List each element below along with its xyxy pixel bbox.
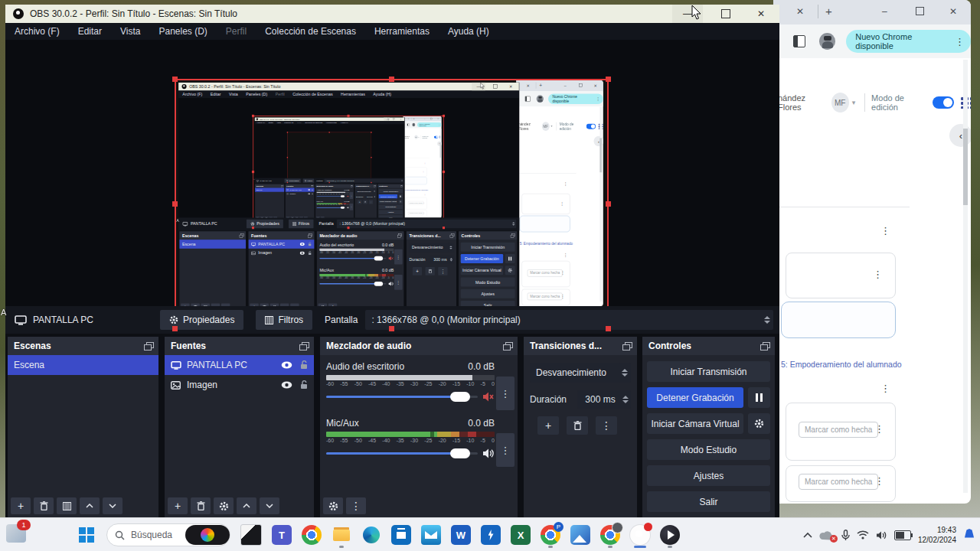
- chrome-i-taskbar-icon[interactable]: [600, 525, 620, 545]
- word-taskbar-icon[interactable]: [451, 525, 471, 545]
- transition-kebab-icon[interactable]: ⋮: [596, 416, 617, 435]
- resize-handle[interactable]: [389, 326, 394, 331]
- resize-handle[interactable]: [347, 227, 349, 229]
- scrollbar-thumb[interactable]: [599, 138, 602, 172]
- studio-mode-button[interactable]: Modo Estudio: [379, 205, 403, 209]
- transition-select-arrows[interactable]: [619, 363, 631, 383]
- notification-bell-icon[interactable]: [963, 529, 975, 541]
- avatar[interactable]: MF: [542, 122, 550, 131]
- unlock-icon[interactable]: [308, 242, 311, 246]
- add-transition-icon[interactable]: +: [358, 201, 361, 204]
- source-item[interactable]: Imagen: [286, 192, 315, 196]
- resize-handle[interactable]: [252, 227, 254, 229]
- channel-kebab-icon[interactable]: ⋮: [394, 249, 403, 265]
- unlock-icon[interactable]: [300, 360, 308, 370]
- menu-perfil[interactable]: Perfil: [271, 90, 289, 98]
- stop-recording-button[interactable]: Detener Grabación: [379, 194, 397, 198]
- obs-taskbar-icon[interactable]: [630, 525, 650, 545]
- obs-maximize-button[interactable]: [488, 83, 502, 91]
- capture-region[interactable]: [287, 132, 371, 183]
- side-panel-icon[interactable]: [793, 35, 805, 47]
- add-transition-icon[interactable]: +: [537, 416, 559, 435]
- settings-button[interactable]: Ajustes: [647, 465, 770, 486]
- tab-close-icon[interactable]: ✕: [407, 118, 409, 120]
- unlock-icon[interactable]: [312, 189, 313, 191]
- studio-mode-button[interactable]: Modo Estudio: [461, 277, 515, 286]
- pause-recording-button[interactable]: [505, 254, 515, 263]
- resize-handle[interactable]: [443, 227, 445, 229]
- widgets-button[interactable]: 1: [6, 524, 29, 546]
- virtual-camera-button[interactable]: Iniciar Cámara Virtual: [379, 200, 397, 204]
- store-taskbar-icon[interactable]: [391, 525, 411, 545]
- scrollbar-thumb[interactable]: [963, 129, 968, 205]
- popout-icon[interactable]: [351, 185, 353, 187]
- popout-icon[interactable]: [400, 185, 403, 187]
- flash-taskbar-icon[interactable]: [481, 525, 501, 545]
- chevron-down-icon[interactable]: ▾: [852, 99, 856, 106]
- source-item[interactable]: PANTALLA PC: [249, 240, 315, 249]
- start-button[interactable]: [77, 525, 96, 545]
- resize-handle[interactable]: [371, 182, 371, 183]
- scene-item[interactable]: Escena: [179, 240, 246, 249]
- search-box[interactable]: Búsqueda: [106, 523, 230, 546]
- scrollbar[interactable]: [440, 129, 441, 216]
- resize-handle[interactable]: [172, 201, 178, 207]
- mark-done-button[interactable]: Marcar como hecha: [528, 293, 563, 300]
- new-tab-icon[interactable]: +: [825, 5, 832, 18]
- taskview-taskbar-icon[interactable]: [240, 524, 262, 546]
- move-down-icon[interactable]: [260, 497, 279, 514]
- copilot-button[interactable]: [185, 525, 230, 545]
- card-kebab-icon[interactable]: ⋮: [560, 294, 565, 299]
- mark-done-button[interactable]: Marcar como hecha: [408, 201, 423, 204]
- add-transition-icon[interactable]: +: [413, 267, 422, 276]
- new-tab-icon[interactable]: +: [413, 117, 415, 119]
- channel-kebab-icon[interactable]: ⋮: [496, 377, 514, 410]
- eye-icon[interactable]: [281, 361, 292, 369]
- scrollbar[interactable]: [599, 107, 602, 302]
- menu-herramientas[interactable]: Herramientas: [337, 90, 369, 98]
- card-kebab-icon[interactable]: ⋮: [423, 201, 425, 204]
- resize-handle[interactable]: [252, 171, 254, 173]
- pill-kebab-icon[interactable]: ⋮: [596, 96, 601, 102]
- resize-handle[interactable]: [287, 182, 288, 183]
- virtual-camera-settings-icon[interactable]: [505, 266, 515, 275]
- activity-kebab-icon[interactable]: ⋮: [564, 181, 568, 187]
- menu-paneles[interactable]: Paneles (D): [150, 23, 217, 40]
- profile-avatar[interactable]: [412, 123, 415, 126]
- chrome-p-taskbar-icon[interactable]: [541, 525, 560, 545]
- battery-icon[interactable]: [894, 530, 911, 540]
- pause-recording-button[interactable]: [748, 387, 770, 408]
- tray-chevron-icon[interactable]: [803, 532, 812, 538]
- menu-herramientas[interactable]: Herramientas: [365, 23, 439, 40]
- add-icon[interactable]: +: [168, 497, 188, 514]
- popout-icon[interactable]: [282, 185, 284, 187]
- pill-kebab-icon[interactable]: ⋮: [438, 123, 440, 126]
- clock[interactable]: 19:43 12/02/2024: [918, 525, 956, 545]
- menu-ayuda[interactable]: Ayuda (H): [369, 90, 395, 98]
- card-kebab-icon[interactable]: ⋮: [873, 269, 883, 280]
- mark-done-button[interactable]: Marcar como hecha: [799, 474, 878, 490]
- resize-handle[interactable]: [606, 326, 611, 331]
- display-select[interactable]: : 1366x768 @ 0,0 (Monitor principal): [325, 179, 403, 183]
- chrome-update-pill[interactable]: Nuevo Chrome disponible ⋮: [846, 30, 971, 53]
- eye-icon[interactable]: [308, 193, 310, 194]
- transition-kebab-icon[interactable]: ⋮: [438, 267, 447, 276]
- side-panel-icon[interactable]: [407, 123, 410, 126]
- remove-transition-icon[interactable]: [426, 267, 435, 276]
- side-panel-icon[interactable]: [525, 96, 531, 102]
- trash-icon[interactable]: [34, 497, 54, 514]
- mark-done-button[interactable]: Marcar como hecha: [528, 269, 563, 276]
- duration-spinner[interactable]: 300 ms: [430, 256, 454, 264]
- stop-recording-button[interactable]: Detener Grabación: [461, 254, 503, 263]
- highlighted-card[interactable]: [405, 177, 427, 184]
- menu-archivo[interactable]: Archivo (F): [5, 23, 69, 40]
- course-section-link[interactable]: 5: Empoderamiento del alumnado: [520, 242, 573, 246]
- filters-button[interactable]: Filtros: [303, 179, 314, 183]
- resize-handle[interactable]: [371, 157, 371, 158]
- studio-mode-button[interactable]: Modo Estudio: [647, 439, 770, 460]
- volume-slider[interactable]: [317, 196, 346, 197]
- menu-vista[interactable]: Vista: [111, 23, 149, 40]
- card-kebab-icon[interactable]: ⋮: [423, 171, 425, 173]
- menu-perfil[interactable]: Perfil: [217, 23, 256, 40]
- stop-recording-button[interactable]: Detener Grabación: [647, 387, 743, 408]
